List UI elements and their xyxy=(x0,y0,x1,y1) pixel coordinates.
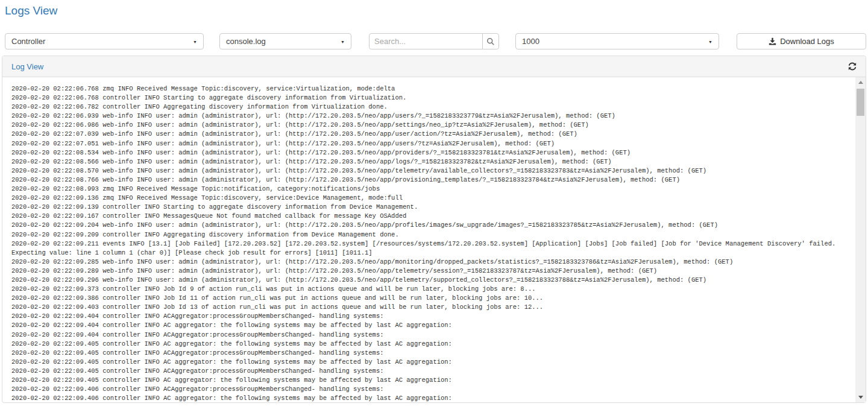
log-file-select-value: console.log xyxy=(226,37,266,46)
scroll-up-button[interactable] xyxy=(855,77,866,87)
chevron-down-icon: ▼ xyxy=(193,39,197,43)
log-line: 2020-02-20 02:22:09.404 controller INFO … xyxy=(11,312,855,321)
log-line: 2020-02-20 02:22:06.939 web-info INFO us… xyxy=(11,112,855,121)
log-source-select[interactable]: Controller ▼ xyxy=(5,33,204,49)
search-button[interactable] xyxy=(482,33,499,49)
log-line: 2020-02-20 02:22:06.782 controller INFO … xyxy=(11,103,855,112)
log-scrollbar[interactable] xyxy=(855,77,866,402)
log-line: 2020-02-20 02:22:09.296 web-info INFO us… xyxy=(11,276,855,285)
log-line: 2020-02-20 02:22:07.051 web-info INFO us… xyxy=(11,139,855,148)
scrollbar-thumb[interactable] xyxy=(857,89,864,116)
logs-view-page: Logs View Controller ▼ console.log ▼ 100… xyxy=(0,0,868,406)
log-line: 2020-02-20 02:22:09.289 web-info INFO us… xyxy=(11,267,855,276)
log-line: 2020-02-20 02:22:09.211 events INFO [13.… xyxy=(11,239,855,249)
log-view-panel: Log View 2020-02-20 02:22:06.768 zmq INF… xyxy=(2,56,866,403)
download-logs-button[interactable]: Download Logs xyxy=(737,33,866,49)
log-line: 2020-02-20 02:22:09.405 controller INFO … xyxy=(11,340,855,349)
log-line: 2020-02-20 02:22:09.405 controller INFO … xyxy=(11,349,855,358)
triangle-down-icon xyxy=(858,396,863,399)
log-line: 2020-02-20 02:22:09.405 controller INFO … xyxy=(11,358,855,367)
log-content: 2020-02-20 02:22:06.768 zmq INFO Receive… xyxy=(2,77,855,402)
chevron-down-icon: ▼ xyxy=(341,39,345,43)
log-line: 2020-02-20 02:22:09.406 controller INFO … xyxy=(11,385,855,394)
log-limit-select[interactable]: 1000 ▼ xyxy=(515,33,719,49)
download-logs-label: Download Logs xyxy=(780,37,834,46)
log-line: 2020-02-20 02:22:09.406 controller INFO … xyxy=(11,394,855,402)
log-line: 2020-02-20 02:22:06.986 web-info INFO us… xyxy=(11,121,855,130)
log-view-body: 2020-02-20 02:22:06.768 zmq INFO Receive… xyxy=(2,77,866,402)
log-source-select-value: Controller xyxy=(11,37,45,46)
log-line: 2020-02-20 02:22:09.209 controller INFO … xyxy=(11,230,855,239)
log-line: 2020-02-20 02:22:09.136 zmq INFO Receive… xyxy=(11,194,855,203)
log-line: 2020-02-20 02:22:06.768 zmq INFO Receive… xyxy=(11,84,855,94)
log-line: 2020-02-20 02:22:07.039 web-info INFO us… xyxy=(11,130,855,139)
log-limit-select-value: 1000 xyxy=(522,37,539,46)
refresh-icon[interactable] xyxy=(848,62,857,71)
panel-title: Log View xyxy=(11,62,43,71)
download-icon xyxy=(769,37,776,45)
log-line: 2020-02-20 02:22:09.404 controller INFO … xyxy=(11,321,855,330)
log-line: 2020-02-20 02:22:09.167 controller INFO … xyxy=(11,212,855,221)
triangle-up-icon xyxy=(858,81,863,84)
log-line: 2020-02-20 02:22:09.386 controller INFO … xyxy=(11,294,855,303)
log-line: 2020-02-20 02:22:08.766 web-info INFO us… xyxy=(11,176,855,185)
search-icon xyxy=(486,37,495,46)
log-line: 2020-02-20 02:22:09.405 controller INFO … xyxy=(11,367,855,376)
log-line: 2020-02-20 02:22:08.570 web-info INFO us… xyxy=(11,167,855,176)
log-line: 2020-02-20 02:22:06.768 controller INFO … xyxy=(11,94,855,103)
page-title: Logs View xyxy=(5,4,57,17)
log-line: 2020-02-20 02:22:08.993 zmq INFO Receive… xyxy=(11,185,855,194)
log-line: 2020-02-20 02:22:09.403 controller INFO … xyxy=(11,303,855,312)
log-line: 2020-02-20 02:22:09.404 controller INFO … xyxy=(11,331,855,340)
log-line: 2020-02-20 02:22:09.285 web-info INFO us… xyxy=(11,258,855,267)
log-line: 2020-02-20 02:22:08.566 web-info INFO us… xyxy=(11,157,855,167)
scroll-down-button[interactable] xyxy=(855,392,866,402)
log-line: 2020-02-20 02:22:08.534 web-info INFO us… xyxy=(11,148,855,157)
log-line: 2020-02-20 02:22:09.139 controller INFO … xyxy=(11,203,855,212)
log-line: Expecting value: line 1 column 1 (char 0… xyxy=(11,249,855,258)
log-view-panel-header: Log View xyxy=(2,56,866,77)
chevron-down-icon: ▼ xyxy=(708,39,712,43)
log-file-select[interactable]: console.log ▼ xyxy=(219,33,351,49)
log-line: 2020-02-20 02:22:09.204 web-info INFO us… xyxy=(11,221,855,230)
log-line: 2020-02-20 02:22:09.373 controller INFO … xyxy=(11,285,855,294)
log-line: 2020-02-20 02:22:09.405 controller INFO … xyxy=(11,376,855,385)
search-input[interactable] xyxy=(369,33,483,49)
